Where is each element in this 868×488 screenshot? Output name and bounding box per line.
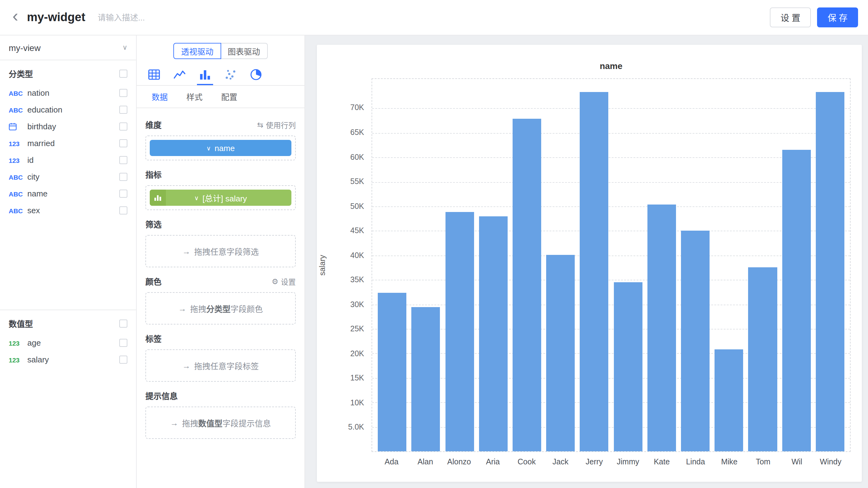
bar-Tom[interactable] — [748, 267, 777, 451]
bar-Wil[interactable] — [782, 150, 810, 451]
gear-icon: ⚙ — [272, 277, 278, 286]
bar-chart-mini-icon — [150, 190, 166, 206]
filter-section-header: 筛选 — [145, 218, 296, 230]
bar-Ada[interactable] — [378, 293, 406, 451]
field-item-city[interactable]: ABCcity — [0, 169, 136, 185]
chart-canvas-region: name salary 5.0K10K15K20K25K30K35K40K45K… — [305, 35, 868, 488]
text-type-icon: ABC — [9, 89, 27, 97]
color-hint-suffix: 字段颜色 — [230, 302, 263, 314]
x-axis-label-Tom: Tom — [746, 458, 780, 466]
field-label: city — [27, 172, 119, 182]
back-button[interactable]: ‹ — [12, 7, 18, 25]
y-axis-tick-label: 40K — [324, 251, 364, 260]
tab-config[interactable]: 配置 — [221, 91, 237, 102]
bar-Linda[interactable] — [681, 231, 710, 451]
tooltip-hint-suffix: 字段提示信息 — [222, 417, 271, 429]
dimension-dropzone[interactable]: ∨ name — [145, 135, 296, 160]
field-checkbox-nation[interactable] — [119, 89, 127, 97]
field-checkbox-married[interactable] — [119, 139, 127, 147]
bar-Cook[interactable] — [513, 119, 541, 451]
field-label: name — [27, 189, 119, 198]
y-axis-tick-label: 70K — [324, 103, 364, 112]
dimension-pill-name[interactable]: ∨ name — [150, 140, 291, 156]
field-checkbox-city[interactable] — [119, 173, 127, 181]
field-item-id[interactable]: 123id — [0, 152, 136, 169]
field-checkbox-birthday[interactable] — [119, 122, 127, 130]
app-root: ‹ my-widget 设 置 保 存 my-view ∨ 分类型 ABCnat… — [0, 0, 868, 488]
field-item-nation[interactable]: ABCnation — [0, 85, 136, 101]
field-checkbox-age[interactable] — [119, 339, 127, 347]
metric-dropzone[interactable]: ∨ [总计] salary — [145, 185, 296, 210]
dimension-section-header: 维度 ⇆ 使用行列 — [145, 119, 296, 130]
field-checkbox-sex[interactable] — [119, 206, 127, 214]
text-type-icon: ABC — [9, 207, 27, 214]
bar-chart-icon[interactable] — [197, 65, 213, 85]
field-item-age[interactable]: 123age — [0, 334, 136, 351]
bar-Windy[interactable] — [816, 92, 844, 451]
bar-slot — [443, 79, 476, 451]
field-checkbox-id[interactable] — [119, 156, 127, 164]
y-axis-tick-label: 15K — [324, 374, 364, 383]
field-label: salary — [27, 355, 119, 364]
save-button[interactable]: 保 存 — [817, 7, 858, 27]
description-input[interactable] — [97, 12, 770, 23]
x-axis-label-Linda: Linda — [679, 458, 712, 466]
tooltip-hint: 拖拽 — [182, 417, 198, 429]
x-axis-label-Aria: Aria — [476, 458, 510, 466]
arrow-right-icon: → — [170, 418, 178, 427]
categorical-select-all-checkbox[interactable] — [119, 70, 127, 78]
field-checkbox-education[interactable] — [119, 106, 127, 114]
arrow-right-icon: → — [178, 304, 186, 313]
settings-button[interactable]: 设 置 — [770, 7, 811, 27]
bar-Kate[interactable] — [647, 205, 676, 451]
filter-dropzone[interactable]: → 拖拽任意字段筛选 — [145, 235, 296, 267]
field-label: age — [27, 338, 119, 347]
field-item-sex[interactable]: ABCsex — [0, 202, 136, 219]
color-label: 颜色 — [145, 275, 161, 287]
bar-Jimmy[interactable] — [614, 282, 642, 451]
bar-slot — [679, 79, 712, 451]
field-item-education[interactable]: ABCeducation — [0, 101, 136, 118]
color-dropzone[interactable]: → 拖拽 分类型 字段颜色 — [145, 292, 296, 325]
field-item-salary[interactable]: 123salary — [0, 351, 136, 368]
field-checkbox-salary[interactable] — [119, 356, 127, 364]
chevron-down-icon: ∨ — [122, 43, 127, 52]
bar-Jerry[interactable] — [580, 92, 609, 451]
chart-drive-button[interactable]: 图表驱动 — [220, 43, 268, 59]
y-axis-tick-label: 45K — [324, 226, 364, 235]
x-axis-label-Jimmy: Jimmy — [611, 458, 645, 466]
bar-Mike[interactable] — [715, 349, 743, 451]
line-chart-icon[interactable] — [172, 65, 188, 85]
bar-Alan[interactable] — [412, 307, 440, 451]
drive-mode-toggle: 透视驱动 图表驱动 — [137, 43, 305, 59]
table-chart-icon[interactable] — [146, 65, 162, 85]
color-hint-bold: 分类型 — [206, 302, 230, 314]
pie-chart-icon[interactable] — [248, 65, 264, 85]
y-axis-tick-label: 5.0K — [324, 423, 364, 432]
label-dropzone[interactable]: → 拖拽任意字段标签 — [145, 349, 296, 382]
tooltip-hint-bold: 数值型 — [198, 417, 222, 429]
numeric-select-all-checkbox[interactable] — [119, 319, 127, 328]
tab-style[interactable]: 样式 — [186, 91, 203, 102]
tab-data[interactable]: 数据 — [152, 91, 168, 102]
numeric-section-label: 数值型 — [9, 318, 33, 330]
view-selector[interactable]: my-view ∨ — [0, 35, 136, 60]
field-item-birthday[interactable]: birthday — [0, 118, 136, 135]
bar-Jack[interactable] — [546, 255, 575, 451]
bar-Aria[interactable] — [479, 217, 507, 451]
metric-section-header: 指标 — [145, 169, 296, 180]
bar-Alonzo[interactable] — [445, 212, 474, 451]
metric-pill-salary[interactable]: ∨ [总计] salary — [150, 190, 291, 206]
scatter-chart-icon[interactable] — [222, 65, 239, 85]
x-axis-label-Mike: Mike — [712, 458, 746, 466]
use-rows-cols-action[interactable]: ⇆ 使用行列 — [257, 119, 296, 130]
pivot-drive-button[interactable]: 透视驱动 — [174, 43, 221, 59]
field-item-name[interactable]: ABCname — [0, 185, 136, 202]
color-settings-action[interactable]: ⚙ 设置 — [272, 276, 296, 286]
field-item-married[interactable]: 123married — [0, 135, 136, 152]
x-axis-label-Jerry: Jerry — [577, 458, 611, 466]
x-axis-labels: AdaAlanAlonzoAriaCookJackJerryJimmyKateL… — [372, 458, 850, 466]
field-checkbox-name[interactable] — [119, 190, 127, 198]
tooltip-dropzone[interactable]: → 拖拽 数值型 字段提示信息 — [145, 406, 296, 439]
x-axis-label-Windy: Windy — [814, 458, 847, 466]
